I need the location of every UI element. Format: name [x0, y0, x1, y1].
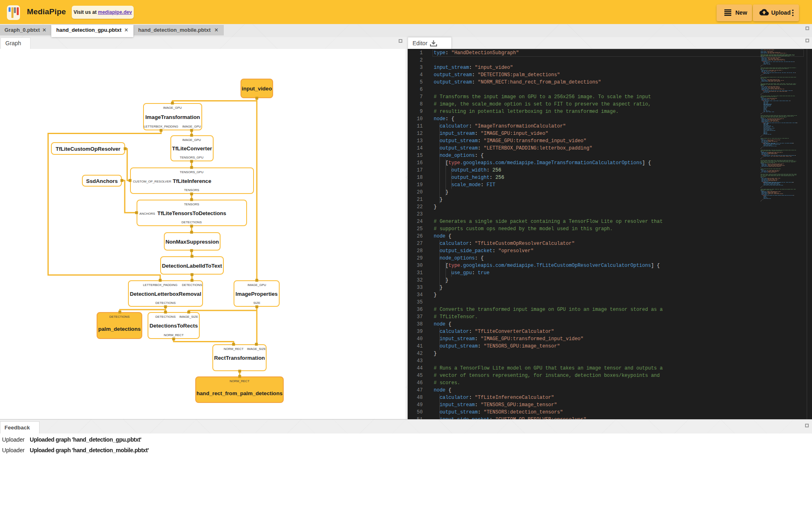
svg-text:ANCHORS: ANCHORS	[139, 212, 155, 216]
svg-text:IMAGE_GPU: IMAGE_GPU	[163, 106, 182, 110]
svg-text:LETTERBOX_PADDING: LETTERBOX_PADDING	[143, 283, 177, 287]
svg-text:TfLiteCustomOpResolver: TfLiteCustomOpResolver	[55, 146, 120, 152]
svg-text:IMAGE_GPU: IMAGE_GPU	[182, 138, 201, 142]
svg-text:hand_rect_from_palm_detections: hand_rect_from_palm_detections	[196, 390, 282, 396]
svg-text:SsdAnchors: SsdAnchors	[86, 178, 118, 184]
svg-text:TENSORS: TENSORS	[184, 188, 199, 192]
svg-text:TfLiteConverter: TfLiteConverter	[172, 145, 212, 152]
svg-text:NORM_RECT: NORM_RECT	[229, 379, 249, 383]
svg-text:DETECTIONS: DETECTIONS	[155, 301, 176, 305]
svg-text:NORM_RECT: NORM_RECT	[224, 347, 244, 351]
svg-text:DETECTIONS: DETECTIONS	[155, 315, 176, 319]
svg-text:IMAGE_SIZE: IMAGE_SIZE	[179, 315, 198, 319]
svg-text:NonMaxSuppression: NonMaxSuppression	[165, 239, 219, 245]
svg-text:TfLiteTensorsToDetections: TfLiteTensorsToDetections	[157, 210, 226, 216]
svg-text:DetectionLabelIdToText: DetectionLabelIdToText	[162, 263, 222, 269]
svg-text:CUSTOM_OP_RESOLVER: CUSTOM_OP_RESOLVER	[133, 180, 172, 183]
svg-text:RectTransformation: RectTransformation	[214, 355, 265, 361]
svg-text:DetectionsToRects: DetectionsToRects	[150, 323, 198, 329]
svg-text:SIZE: SIZE	[253, 301, 260, 305]
svg-text:IMAGE_GPU: IMAGE_GPU	[182, 125, 201, 128]
svg-text:TENSORS_GPU: TENSORS_GPU	[180, 156, 203, 159]
svg-text:DetectionLetterboxRemoval: DetectionLetterboxRemoval	[130, 291, 201, 297]
svg-text:TfLiteInference: TfLiteInference	[173, 178, 212, 184]
svg-text:LETTERBOX_PADDING: LETTERBOX_PADDING	[144, 125, 178, 128]
svg-text:DETECTIONS: DETECTIONS	[181, 220, 202, 224]
svg-text:ImageTransformation: ImageTransformation	[145, 114, 200, 120]
svg-text:NORM_RECT: NORM_RECT	[164, 333, 184, 337]
svg-text:TENSORS: TENSORS	[184, 202, 199, 206]
svg-text:IMAGE_SIZE: IMAGE_SIZE	[247, 347, 266, 351]
svg-text:TENSORS_GPU: TENSORS_GPU	[180, 170, 203, 174]
svg-text:ImageProperties: ImageProperties	[236, 291, 278, 297]
svg-text:palm_detections: palm_detections	[98, 326, 141, 332]
svg-text:input_video: input_video	[242, 86, 272, 92]
svg-text:IMAGE_GPU: IMAGE_GPU	[247, 283, 266, 287]
svg-text:DETECTIONS: DETECTIONS	[109, 315, 130, 319]
svg-text:DETECTIONS: DETECTIONS	[182, 283, 202, 287]
